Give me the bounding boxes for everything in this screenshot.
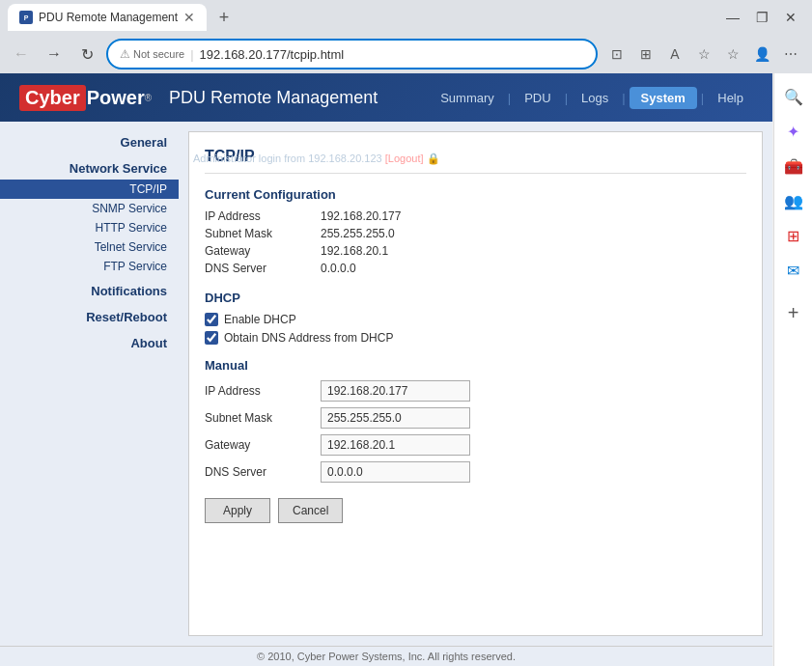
sidebar-notifications-section: Notifications <box>0 280 179 302</box>
manual-title: Manual <box>205 358 746 373</box>
outlook-icon[interactable]: ✉ <box>778 255 809 286</box>
config-gateway-label: Gateway <box>205 244 321 258</box>
manual-ip-label: IP Address <box>205 384 321 398</box>
manual-section: Manual IP Address Subnet Mask Gateway DN… <box>205 358 746 483</box>
nav-summary[interactable]: Summary <box>431 87 504 109</box>
add-icon[interactable]: + <box>778 297 809 328</box>
config-ip-value: 192.168.20.177 <box>321 209 401 223</box>
manual-gateway-label: Gateway <box>205 438 321 452</box>
config-subnet-label: Subnet Mask <box>205 227 321 240</box>
config-subnet-value: 255.255.255.0 <box>321 227 395 240</box>
sidebar-network-section: Network Service TCP/IP SNMP Service HTTP… <box>0 157 179 276</box>
url-text: 192.168.20.177/tcpip.html <box>200 47 584 62</box>
sidebar-http[interactable]: HTTP Service <box>0 218 179 237</box>
sidebar-ftp[interactable]: FTP Service <box>0 257 179 276</box>
active-tab[interactable]: P PDU Remote Management ✕ <box>8 4 207 31</box>
config-dns-value: 0.0.0.0 <box>321 262 356 275</box>
manual-dns-input[interactable] <box>321 461 470 483</box>
address-bar[interactable]: ⚠ Not secure | 192.168.20.177/tcpip.html <box>106 39 598 69</box>
forward-button[interactable]: → <box>41 41 68 68</box>
content-area: General Network Service TCP/IP SNMP Serv… <box>0 122 772 646</box>
logout-link[interactable]: [Logout] <box>385 153 424 164</box>
cyberpower-logo: CyberPower® <box>19 85 152 111</box>
logo-cyber: Cyber <box>19 85 86 111</box>
font-icon[interactable]: A <box>661 41 688 68</box>
manual-subnet-input[interactable] <box>321 407 470 429</box>
config-ip-row: IP Address 192.168.20.177 <box>205 209 746 223</box>
manual-ip-row: IP Address <box>205 380 746 402</box>
sparkle-icon[interactable]: ✦ <box>778 116 809 147</box>
refresh-button[interactable]: ↻ <box>73 41 100 68</box>
sidebar-general-section: General <box>0 131 179 153</box>
manual-ip-input[interactable] <box>321 380 470 402</box>
briefcase-icon[interactable]: 🧰 <box>778 151 809 181</box>
cancel-button[interactable]: Cancel <box>278 498 343 523</box>
manual-dns-label: DNS Server <box>205 465 321 479</box>
sidebar-network-heading[interactable]: Network Service <box>0 157 179 180</box>
search-sidebar-icon[interactable]: 🔍 <box>778 81 809 112</box>
obtain-dns-label: Obtain DNS Address from DHCP <box>224 331 393 345</box>
maximize-button[interactable]: ❐ <box>748 4 775 31</box>
apply-button[interactable]: Apply <box>205 498 270 523</box>
new-tab-button[interactable]: + <box>210 4 238 31</box>
enable-dhcp-checkbox[interactable] <box>205 313 218 326</box>
obtain-dns-checkbox[interactable] <box>205 331 218 345</box>
security-indicator: ⚠ Not secure <box>120 47 184 61</box>
dhcp-title: DHCP <box>205 291 746 305</box>
manual-subnet-row: Subnet Mask <box>205 407 746 429</box>
config-subnet-row: Subnet Mask 255.255.255.0 <box>205 227 746 240</box>
manual-gateway-row: Gateway <box>205 434 746 456</box>
sidebar-about-heading[interactable]: About <box>0 332 179 354</box>
sidebar-telnet[interactable]: Telnet Service <box>0 237 179 257</box>
main-panel: TCP/IP Current Configuration IP Address … <box>188 131 763 636</box>
brand: CyberPower® PDU Remote Management <box>19 85 378 111</box>
manual-gateway-input[interactable] <box>321 434 470 456</box>
nav-pdu[interactable]: PDU <box>515 87 560 109</box>
sidebar-reset-heading[interactable]: Reset/Reboot <box>0 306 179 328</box>
current-config-table: IP Address 192.168.20.177 Subnet Mask 25… <box>205 209 746 275</box>
config-dns-row: DNS Server 0.0.0.0 <box>205 262 746 275</box>
favorites-icon[interactable]: ☆ <box>690 41 717 68</box>
config-dns-label: DNS Server <box>205 262 321 275</box>
current-config-title: Current Configuration <box>205 187 746 202</box>
title-bar: P PDU Remote Management ✕ + — ❐ ✕ <box>0 0 812 35</box>
nav-links: Administrator login from 192.168.20.123 … <box>431 87 753 109</box>
app-header: CyberPower® PDU Remote Management Admini… <box>0 73 772 122</box>
people-icon[interactable]: 👥 <box>778 185 809 216</box>
nav-help[interactable]: Help <box>708 87 753 109</box>
app-title: PDU Remote Management <box>169 88 378 108</box>
button-row: Apply Cancel <box>205 498 746 523</box>
page-wrapper: CyberPower® PDU Remote Management Admini… <box>0 73 772 666</box>
footer-text: © 2010, Cyber Power Systems, Inc. All ri… <box>257 651 516 662</box>
settings-icon[interactable]: ⋯ <box>777 41 804 68</box>
cast-icon[interactable]: ⊡ <box>603 41 630 68</box>
sidebar-about-section: About <box>0 332 179 354</box>
nav-logs[interactable]: Logs <box>572 87 618 109</box>
window-controls: — ❐ ✕ <box>719 4 804 31</box>
sidebar-notifications-heading[interactable]: Notifications <box>0 280 179 302</box>
back-button[interactable]: ← <box>8 41 35 68</box>
office-icon[interactable]: ⊞ <box>778 220 809 251</box>
tab-title: PDU Remote Management <box>39 11 178 24</box>
sidebar-tcpip[interactable]: TCP/IP <box>0 180 179 199</box>
dhcp-section: DHCP Enable DHCP Obtain DNS Address from… <box>205 291 746 345</box>
obtain-dns-row: Obtain DNS Address from DHCP <box>205 331 746 345</box>
config-ip-label: IP Address <box>205 209 321 223</box>
not-secure-label: Not secure <box>133 48 184 60</box>
tab-grid-icon[interactable]: ⊞ <box>632 41 659 68</box>
sidebar-snmp[interactable]: SNMP Service <box>0 199 179 218</box>
enable-dhcp-label: Enable DHCP <box>224 313 296 326</box>
sidebar: General Network Service TCP/IP SNMP Serv… <box>0 122 179 646</box>
minimize-button[interactable]: — <box>719 4 746 31</box>
address-bar-row: ← → ↻ ⚠ Not secure | 192.168.20.177/tcpi… <box>0 35 812 73</box>
sidebar-general-heading[interactable]: General <box>0 131 179 153</box>
nav-system[interactable]: System <box>630 87 697 109</box>
profile-icon[interactable]: 👤 <box>748 41 775 68</box>
logo-registered: ® <box>145 93 152 103</box>
collections-icon[interactable]: ☆ <box>719 41 746 68</box>
close-button[interactable]: ✕ <box>777 4 804 31</box>
manual-dns-row: DNS Server <box>205 461 746 483</box>
tab-close-button[interactable]: ✕ <box>183 11 195 24</box>
right-panel: 🔍 ✦ 🧰 👥 ⊞ ✉ + <box>773 73 812 666</box>
tab-favicon: P <box>19 11 33 24</box>
